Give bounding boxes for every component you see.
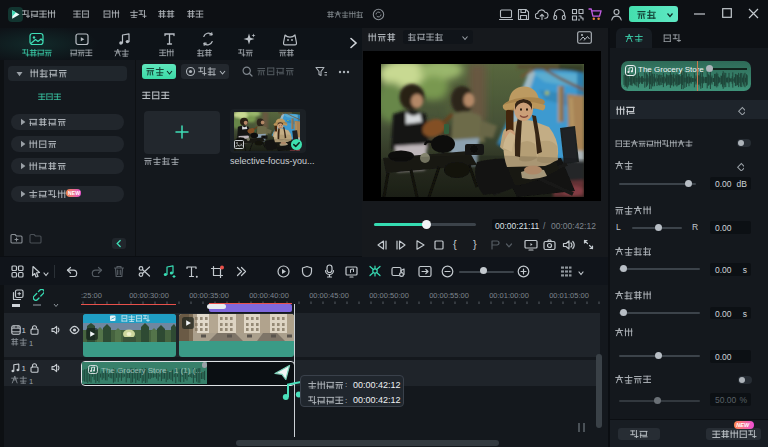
svg-text:00:00:50:00: 00:00:50:00: [369, 291, 409, 300]
svg-text:00:00:35:00: 00:00:35:00: [189, 291, 229, 300]
svg-text:00:00:40:00: 00:00:40:00: [249, 291, 289, 300]
svg-text:00:01:05:00: 00:01:05:00: [549, 291, 589, 300]
svg-text:00:01:00:00: 00:01:00:00: [489, 291, 529, 300]
svg-text:00:00:55:00: 00:00:55:00: [429, 291, 469, 300]
svg-text::25:00: :25:00: [81, 291, 102, 300]
svg-text:00:00:30:00: 00:00:30:00: [129, 291, 169, 300]
svg-text:00:00:45:00: 00:00:45:00: [309, 291, 349, 300]
